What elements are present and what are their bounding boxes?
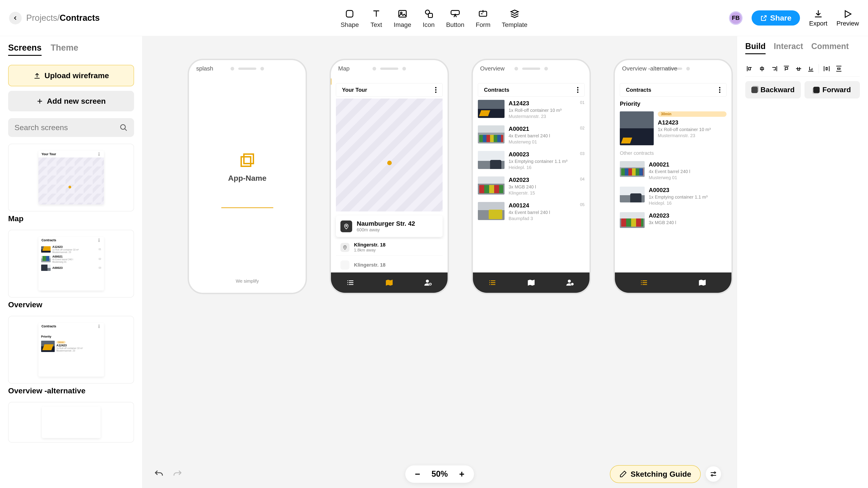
contract-desc: 3x MGB 240 l <box>649 220 726 225</box>
map-primary-card[interactable]: Naumburger Str. 42 600m away <box>336 216 442 237</box>
nav-map-icon[interactable] <box>385 278 394 287</box>
contract-row[interactable]: A00021 4x Event barrel 240 l Musterweg 0… <box>620 158 726 184</box>
breadcrumb-root[interactable]: Projects <box>26 13 57 23</box>
breadcrumb: Projects/Contracts <box>26 13 100 23</box>
contract-row[interactable]: A00023 1x Emptying container 1.1 m³ Heid… <box>478 148 585 173</box>
tool-button[interactable]: Button <box>446 8 464 29</box>
screen-thumb-overview-alt[interactable]: Contracts⋮ Priority 30min A12423 1x Roll… <box>8 316 134 384</box>
mini-num: 01 <box>98 248 101 251</box>
frame-overview-alt[interactable]: Overview -alternative Contracts Priority… <box>614 59 733 294</box>
nav-map-icon[interactable] <box>698 278 707 287</box>
app-logo-icon <box>241 153 254 167</box>
priority-contract[interactable]: 30min A12423 1x Roll-off container 10 m³… <box>620 108 726 149</box>
tab-comment[interactable]: Comment <box>811 41 849 54</box>
align-right-icon[interactable] <box>770 64 779 73</box>
screen-title: Overview <box>8 300 134 309</box>
nav-list-icon[interactable] <box>346 278 355 287</box>
contract-desc: 3x MGB 240 l <box>508 184 585 190</box>
zoom-out-button[interactable]: − <box>412 469 423 479</box>
canvas[interactable]: splash App-Name We simplify Map Your Tou… <box>143 36 737 488</box>
tool-label: Template <box>502 21 528 29</box>
map-item[interactable]: Klingerstr. 18 <box>336 258 442 272</box>
contract-row[interactable]: A00023 1x Emptying container 1.1 m³ Heid… <box>620 184 726 209</box>
tab-build[interactable]: Build <box>745 41 766 54</box>
mini-id: A00023 <box>53 266 63 269</box>
share-button[interactable]: Share <box>752 10 800 26</box>
user-avatar[interactable]: FB <box>729 11 743 25</box>
tool-icon[interactable]: Icon <box>423 8 435 29</box>
tool-form[interactable]: Form <box>475 8 490 29</box>
contract-id: A00023 <box>508 151 585 158</box>
search-input[interactable] <box>14 123 117 132</box>
distribute-h-icon[interactable] <box>822 64 831 73</box>
tool-label: Form <box>475 21 490 29</box>
top-toolbar: Projects/Contracts Shape Text Image Icon… <box>0 0 868 36</box>
mini-badge: 30min <box>57 341 66 344</box>
bar-title: Your Tour <box>342 87 367 93</box>
forward-button[interactable]: Forward <box>804 81 860 98</box>
align-middle-icon[interactable] <box>794 64 803 73</box>
preview-icon <box>843 9 852 19</box>
nav-user-icon[interactable] <box>565 278 575 287</box>
search-input-wrap[interactable] <box>8 118 134 137</box>
canvas-bottom-bar: − 50% + Sketching Guide <box>154 469 725 479</box>
sketching-guide-button[interactable]: Sketching Guide <box>610 465 701 483</box>
backward-button[interactable]: Backward <box>745 81 801 98</box>
tool-template[interactable]: Template <box>502 8 528 29</box>
settings-button[interactable] <box>706 466 721 482</box>
contract-row[interactable]: A12423 1x Roll-off container 10 m³ Muste… <box>478 97 585 122</box>
zoom-in-button[interactable]: + <box>457 469 467 479</box>
contract-thumb <box>478 100 504 118</box>
nav-list-icon[interactable] <box>488 278 497 287</box>
contract-row[interactable]: A02023 3x MGB 240 l <box>620 209 726 231</box>
contract-row[interactable]: A00124 4x Event barrel 240 l Baumpfad 3 … <box>478 199 585 224</box>
align-top-icon[interactable] <box>782 64 791 73</box>
undo-button[interactable] <box>154 469 164 479</box>
tab-theme[interactable]: Theme <box>51 43 78 56</box>
mini-bar-title: Contracts <box>41 238 56 242</box>
export-icon <box>813 9 823 19</box>
header-actions: FB Share Export Preview <box>729 9 859 27</box>
frame-label: Map <box>338 65 350 72</box>
export-button[interactable]: Export <box>809 9 827 27</box>
add-screen-button[interactable]: Add new screen <box>8 91 134 111</box>
frame-map[interactable]: Map Your Tour Naumburger Str. 42 600m aw… <box>330 59 449 294</box>
left-tabs: Screens Theme <box>8 43 134 56</box>
tool-shape[interactable]: Shape <box>341 8 359 29</box>
more-icon[interactable] <box>719 87 720 93</box>
more-icon[interactable] <box>577 87 579 93</box>
align-bottom-icon[interactable] <box>806 64 815 73</box>
contract-list: A12423 1x Roll-off container 10 m³ Muste… <box>473 97 590 272</box>
frames-container: splash App-Name We simplify Map Your Tou… <box>188 59 733 294</box>
screen-thumb-map[interactable]: Your Tour⋮ <box>8 144 134 212</box>
back-button[interactable] <box>9 12 22 24</box>
upload-wireframe-button[interactable]: Upload wireframe <box>8 65 134 86</box>
export-label: Export <box>809 20 827 27</box>
preview-button[interactable]: Preview <box>836 9 859 27</box>
nav-map-icon[interactable] <box>527 278 536 287</box>
redo-button[interactable] <box>173 469 183 479</box>
tool-text[interactable]: Text <box>370 8 382 29</box>
tool-image[interactable]: Image <box>394 8 411 29</box>
tab-interact[interactable]: Interact <box>774 41 803 54</box>
tab-screens[interactable]: Screens <box>8 43 41 56</box>
align-left-icon[interactable] <box>745 64 754 73</box>
map-view[interactable] <box>336 98 442 212</box>
contract-num: 03 <box>580 151 585 156</box>
map-item[interactable]: Klingerstr. 18 1.8km away <box>336 239 442 256</box>
align-center-h-icon[interactable] <box>757 64 767 73</box>
screen-thumb-extra[interactable] <box>8 402 134 443</box>
contract-row[interactable]: A00021 4x Event barrel 240 l Musterweg 0… <box>478 122 585 148</box>
frame-splash[interactable]: splash App-Name We simplify <box>188 59 307 294</box>
contract-id: A02023 <box>649 212 726 219</box>
nav-user-icon[interactable] <box>424 278 433 287</box>
nav-list-icon[interactable] <box>640 278 649 287</box>
more-icon[interactable] <box>435 87 436 93</box>
distribute-v-icon[interactable] <box>834 64 843 73</box>
splash-footer: We simplify <box>189 279 306 293</box>
contract-row[interactable]: A02023 3x MGB 240 l Klingerstr. 15 04 <box>478 173 585 199</box>
screen-thumb-overview[interactable]: Contracts⋮ A124231x Roll-off container 1… <box>8 230 134 297</box>
card-title: Naumburger Str. 42 <box>357 220 415 227</box>
frame-overview[interactable]: Overview Contracts A12423 1x Roll-off co… <box>471 59 591 294</box>
contract-desc: 1x Emptying container 1.1 m³ <box>649 195 726 200</box>
